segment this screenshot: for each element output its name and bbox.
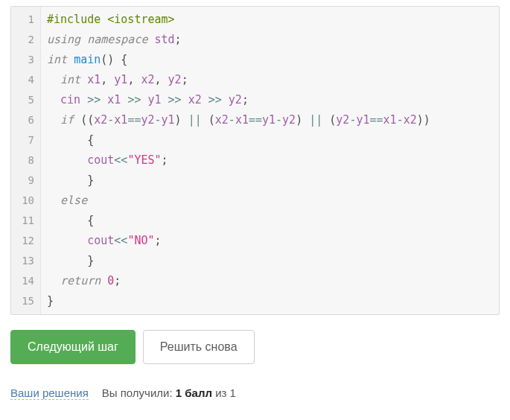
score-text: Вы получили: 1 балл из 1 [102, 386, 236, 399]
score-suffix: из 1 [212, 386, 236, 399]
code-line[interactable]: { [47, 130, 493, 150]
code-line[interactable]: return 0; [47, 271, 493, 291]
your-solutions-link[interactable]: Ваши решения [10, 386, 89, 400]
line-number: 9 [11, 171, 34, 191]
action-buttons-row: Следующий шаг Решить снова [10, 330, 500, 364]
code-line[interactable]: cin >> x1 >> y1 >> x2 >> y2; [47, 90, 493, 110]
score-prefix: Вы получили: [102, 386, 176, 399]
code-line[interactable]: } [47, 251, 493, 271]
code-line[interactable]: { [47, 211, 493, 231]
code-line[interactable]: } [47, 291, 493, 311]
code-line[interactable]: } [47, 171, 493, 191]
code-line[interactable]: cout<<"YES"; [47, 150, 493, 171]
code-line[interactable]: using namespace std; [47, 30, 493, 50]
code-line[interactable]: int x1, y1, x2, y2; [47, 70, 493, 90]
retry-button[interactable]: Решить снова [143, 330, 255, 364]
line-number: 6 [11, 110, 34, 130]
line-number: 5 [11, 90, 34, 110]
line-number: 13 [11, 251, 34, 271]
line-number: 15 [11, 291, 34, 311]
line-number: 7 [11, 130, 34, 150]
line-number: 12 [11, 231, 34, 251]
line-number: 8 [11, 150, 34, 171]
line-number: 1 [11, 10, 34, 30]
line-number-gutter: 123456789101112131415 [11, 7, 41, 314]
line-number: 3 [11, 50, 34, 70]
code-line[interactable]: #include <iostream> [47, 10, 493, 30]
code-line[interactable]: cout<<"NO"; [47, 231, 493, 251]
code-line[interactable]: if ((x2-x1==y2-y1) || (x2-x1==y1-y2) || … [47, 110, 493, 130]
next-step-button[interactable]: Следующий шаг [10, 330, 136, 364]
code-line[interactable]: int main() { [47, 50, 493, 70]
code-editor[interactable]: 123456789101112131415 #include <iostream… [10, 6, 500, 315]
score-value: 1 балл [176, 386, 212, 399]
line-number: 11 [11, 211, 34, 231]
line-number: 4 [11, 70, 34, 90]
line-number: 14 [11, 271, 34, 291]
footer-row: Ваши решения Вы получили: 1 балл из 1 [10, 386, 500, 400]
line-number: 2 [11, 30, 34, 50]
code-line[interactable]: else [47, 191, 493, 211]
code-area[interactable]: #include <iostream>using namespace std;i… [41, 7, 499, 314]
line-number: 10 [11, 191, 34, 211]
